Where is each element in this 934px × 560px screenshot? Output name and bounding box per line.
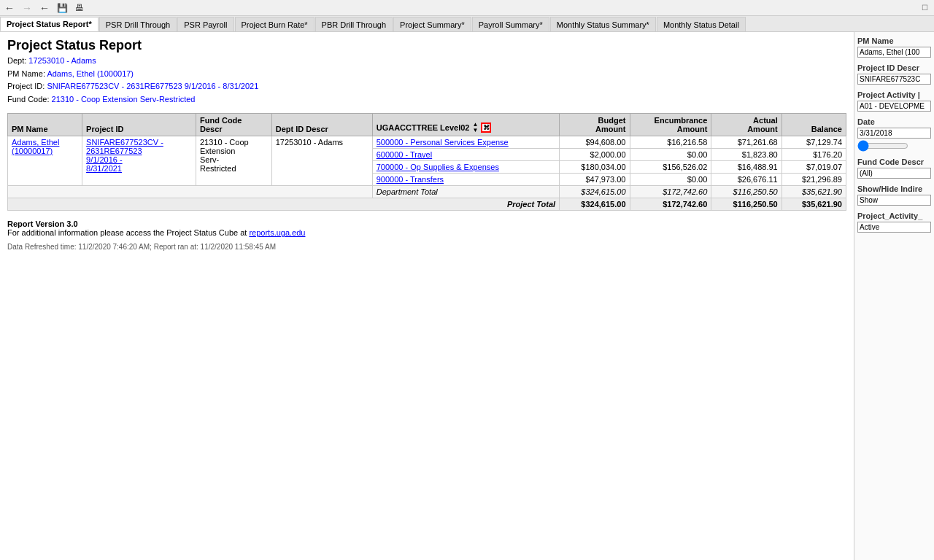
panel-proj-activity-input[interactable] [857, 222, 931, 233]
tab-project-status-report[interactable]: Project Status Report* [0, 17, 99, 31]
cell-balance-4: $21,296.89 [781, 174, 846, 186]
project-total-row: Project Total $324,615.00 $172,742.60 $1… [8, 198, 846, 211]
panel-project-id-label: Project ID Descr [857, 63, 931, 72]
fund-code-value: 21310 - Coop Extension Serv-Restricted [52, 95, 196, 104]
sort-icon[interactable]: ▲▼ [473, 122, 479, 133]
cell-project-id: SNIFARE677523CV -2631RE6775239/1/2016 -8… [82, 136, 196, 186]
pm-name-link[interactable]: Adams, Ethel(10000017) [12, 138, 59, 155]
pm-value: Adams, Ethel (1000017) [47, 69, 134, 78]
report-info-text: For additional information please access… [7, 228, 249, 237]
cell-budget-1: $94,608.00 [560, 136, 630, 149]
panel-fund-code-input[interactable] [857, 168, 931, 179]
report-info: For additional information please access… [7, 228, 846, 237]
save-button[interactable]: 💾 [55, 4, 69, 12]
dept-total-row: Department Total $324,615.00 $172,742.60… [8, 186, 846, 198]
panel-pm-name-label: PM Name [857, 36, 931, 45]
tab-project-burn-rate[interactable]: Project Burn Rate* [235, 17, 314, 31]
tab-project-summary[interactable]: Project Summary* [393, 17, 471, 31]
cell-fund-code: 21310 - CoopExtensionServ-Restricted [196, 136, 272, 186]
cell-dept-total-encumbrance: $172,742.60 [630, 186, 711, 198]
print-button[interactable]: 🖶 [74, 4, 85, 12]
pm-line: PM Name: Adams, Ethel (1000017) [7, 68, 846, 81]
th-pm-name: PM Name [8, 114, 82, 136]
dept-value: 17253010 - Adams [28, 56, 96, 65]
back-button[interactable]: ← [3, 3, 16, 13]
cell-balance-2: $176.20 [781, 149, 846, 161]
project-id-line: Project ID: SNIFARE677523CV - 2631RE6775… [7, 80, 846, 93]
tab-psr-payroll[interactable]: PSR Payroll [177, 17, 234, 31]
cell-actual-2: $1,823.80 [711, 149, 781, 161]
cell-dept-total-budget: $324,615.00 [560, 186, 630, 198]
tab-monthly-status-summary[interactable]: Monthly Status Summary* [550, 17, 656, 31]
cell-project-total-encumbrance: $172,742.60 [630, 198, 711, 211]
report-meta: Dept: 17253010 - Adams PM Name: Adams, E… [7, 55, 846, 106]
ugaacctree-link-3[interactable]: 700000 - Op Supplies & Expenses [377, 163, 499, 171]
cell-project-total-balance: $35,621.90 [781, 198, 846, 211]
content-area: Project Status Report Dept: 17253010 - A… [0, 32, 854, 560]
panel-date-label: Date [857, 117, 931, 126]
right-panel: PM Name Project ID Descr Project Activit… [854, 32, 934, 560]
tab-monthly-status-detail[interactable]: Monthly Status Detail [657, 17, 746, 31]
tab-pbr-drill-through[interactable]: PBR Drill Through [315, 17, 393, 31]
project-id-link[interactable]: SNIFARE677523CV -2631RE6775239/1/2016 -8… [86, 138, 163, 173]
panel-project-activity-label: Project Activity | [857, 90, 931, 99]
cell-project-total-actual: $116,250.50 [711, 198, 781, 211]
main-layout: Project Status Report Dept: 17253010 - A… [0, 32, 934, 560]
cell-encumbrance-3: $156,526.02 [630, 161, 711, 174]
th-dept-id-descr: Dept ID Descr [271, 114, 372, 136]
panel-project-activity-input[interactable] [857, 101, 931, 112]
tab-payroll-summary[interactable]: Payroll Summary* [472, 17, 549, 31]
cell-ugaacctree-4: 900000 - Transfers [372, 174, 559, 186]
cell-balance-3: $7,019.07 [781, 161, 846, 174]
cell-balance-1: $7,129.74 [781, 136, 846, 149]
panel-project-id-input[interactable] [857, 74, 931, 85]
cell-budget-3: $180,034.00 [560, 161, 630, 174]
window-controls: ☐ [922, 4, 928, 12]
panel-date-slider[interactable] [857, 140, 908, 152]
cell-dept-total-actual: $116,250.50 [711, 186, 781, 198]
cell-budget-2: $2,000.00 [560, 149, 630, 161]
panel-show-hide-label: Show/Hide Indire [857, 184, 931, 193]
th-fund-code-descr: Fund CodeDescr [196, 114, 272, 136]
cell-project-total-label: Project Total [8, 198, 560, 211]
cell-ugaacctree-3: 700000 - Op Supplies & Expenses [372, 161, 559, 174]
drill-through-icon[interactable]: ⌘ [481, 122, 491, 133]
ugaacctree-link-4[interactable]: 900000 - Transfers [377, 175, 444, 184]
panel-slider-container [857, 140, 931, 152]
cell-budget-4: $47,973.00 [560, 174, 630, 186]
report-link[interactable]: reports.uga.edu [249, 228, 305, 237]
th-budget-amount: BudgetAmount [560, 114, 630, 136]
back-alt-button[interactable]: ← [38, 3, 51, 13]
data-refresh: Data Refreshed time: 11/2/2020 7:46:20 A… [7, 243, 846, 251]
cell-ugaacctree-2: 600000 - Travel [372, 149, 559, 161]
forward-button[interactable]: → [20, 3, 34, 13]
toolbar: ← → ← 💾 🖶 ☐ [0, 0, 934, 16]
th-balance: Balance [781, 114, 846, 136]
panel-pm-name-input[interactable] [857, 47, 931, 58]
fund-code-label: Fund Code: [7, 95, 52, 104]
cell-project-total-budget: $324,615.00 [560, 198, 630, 211]
th-ugaaccttree: UGAACCTTREE Level02 ▲▼ ⌘ [372, 114, 559, 136]
project-id-label: Project ID: [7, 82, 47, 90]
dept-label: Dept: [7, 56, 28, 65]
cell-encumbrance-2: $0.00 [630, 149, 711, 161]
report-footer: Report Version 3.0 For additional inform… [7, 219, 846, 251]
cell-dept-total-balance: $35,621.90 [781, 186, 846, 198]
th-actual-amount: ActualAmount [711, 114, 781, 136]
data-table: PM Name Project ID Fund CodeDescr Dept I… [7, 113, 846, 211]
ugaacctree-link-2[interactable]: 600000 - Travel [377, 150, 432, 159]
table-row: Adams, Ethel(10000017) SNIFARE677523CV -… [8, 136, 846, 149]
pm-label: PM Name: [7, 69, 47, 78]
panel-date-input[interactable] [857, 128, 931, 139]
th-project-id: Project ID [82, 114, 196, 136]
ugaacctree-link-1[interactable]: 500000 - Personal Services Expense [377, 138, 509, 147]
dept-line: Dept: 17253010 - Adams [7, 55, 846, 68]
fund-code-line: Fund Code: 21310 - Coop Extension Serv-R… [7, 93, 846, 106]
cell-encumbrance-4: $0.00 [630, 174, 711, 186]
th-ugaaccttree-label: UGAACCTTREE Level02 [377, 123, 470, 132]
project-id-value: SNIFARE677523CV - 2631RE677523 9/1/2016 … [47, 82, 258, 90]
panel-show-hide-input[interactable] [857, 195, 931, 206]
tab-psr-drill-through[interactable]: PSR Drill Through [99, 17, 177, 31]
cell-actual-1: $71,261.68 [711, 136, 781, 149]
cell-ugaacctree-1: 500000 - Personal Services Expense [372, 136, 559, 149]
